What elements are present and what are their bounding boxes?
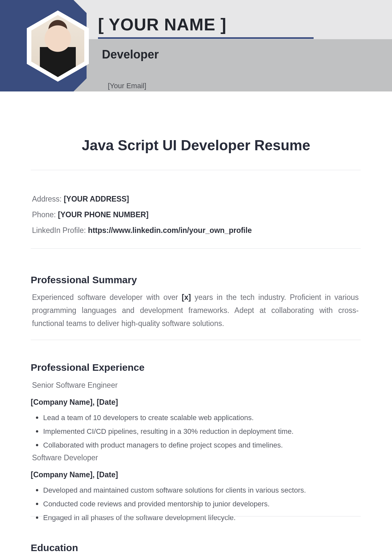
list-item: Collaborated with product managers to de… [36,438,294,452]
divider [31,248,361,249]
address-label: Address: [32,195,64,203]
linkedin-value: https://www.linkedin.com/in/your_own_pro… [88,226,252,235]
document-title: Java Script UI Developer Resume [0,137,392,154]
job-meta: [Company Name], [Date] [31,398,118,407]
applicant-name: [ YOUR NAME ] [98,15,320,34]
address-value: [YOUR ADDRESS] [64,195,129,203]
divider [31,516,361,516]
job-bullets: Lead a team of 10 developers to create s… [36,411,294,452]
applicant-subtitle: Developer [102,48,159,61]
section-heading-experience: Professional Experience [31,362,145,373]
list-item: Lead a team of 10 developers to create s… [36,411,294,425]
name-underline [98,37,314,39]
list-item: Developed and maintained custom software… [36,483,306,497]
applicant-email: [Your Email] [108,82,146,90]
section-heading-education: Education [31,542,78,553]
list-item: Engaged in all phases of the software de… [36,511,306,525]
profile-photo [31,15,84,77]
divider [31,170,361,170]
section-heading-summary: Professional Summary [31,274,137,286]
list-item: Implemented CI/CD pipelines, resulting i… [36,425,294,438]
summary-paragraph: Experienced software developer with over… [32,291,359,330]
summary-years: [x] [182,293,191,302]
phone-value: [YOUR PHONE NUMBER] [58,210,148,219]
job-role: Software Developer [32,453,98,462]
job-role: Senior Software Engineer [32,381,118,390]
contact-block: Address: [YOUR ADDRESS] Phone: [YOUR PHO… [32,191,252,238]
phone-label: Phone: [32,210,58,219]
job-meta: [Company Name], [Date] [31,470,118,479]
list-item: Conducted code reviews and provided ment… [36,497,306,511]
summary-text-before: Experienced software developer with over [32,293,182,302]
job-bullets: Developed and maintained custom software… [36,483,306,525]
divider [31,340,361,340]
linkedin-label: LinkedIn Profile: [32,226,88,235]
